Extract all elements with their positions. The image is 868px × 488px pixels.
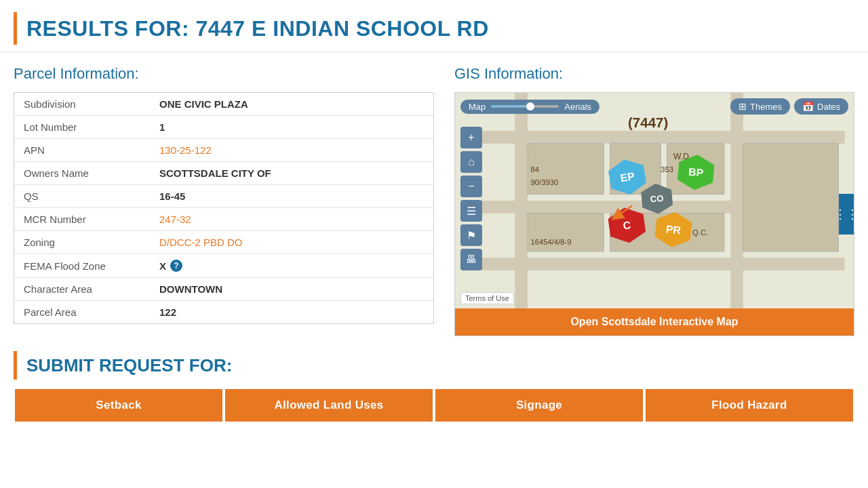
fema-info-icon[interactable]: ?: [170, 260, 182, 272]
parcel-value-fema: X ?: [159, 260, 182, 272]
page-title: RESULTS FOR: 7447 E INDIAN SCHOOL RD: [26, 16, 489, 41]
parcel-value-mcr[interactable]: 247-32: [159, 214, 191, 225]
svg-rect-4: [515, 93, 528, 308]
map-themes-dates: ⊞ Themes 📅 Dates: [730, 98, 848, 115]
parcel-value-subdivision: ONE CIVIC PLAZA: [159, 98, 248, 110]
parcel-label-owner: Owners Name: [24, 167, 159, 179]
zoom-in-button[interactable]: +: [460, 127, 482, 148]
svg-text:353: 353: [660, 165, 673, 174]
svg-text:(7447): (7447): [628, 115, 668, 130]
open-map-bar[interactable]: Open Scottsdale Interactive Map: [455, 308, 854, 336]
map-expand-button[interactable]: ⋮⋮: [839, 194, 854, 235]
svg-text:PR: PR: [665, 223, 682, 236]
parcel-label-fema: FEMA Flood Zone: [24, 260, 159, 272]
parcel-table: Subdivision ONE CIVIC PLAZA Lot Number 1…: [14, 92, 434, 324]
submit-title: SUBMIT REQUEST FOR:: [26, 355, 232, 376]
svg-rect-11: [743, 144, 838, 251]
gis-section-title: GIS Information:: [454, 65, 854, 83]
dates-icon: 📅: [802, 101, 814, 112]
parcel-label-character: Character Area: [24, 283, 159, 295]
parcel-section-title: Parcel Information:: [14, 65, 434, 83]
svg-text:BP: BP: [688, 166, 704, 179]
map-label-right: Aerials: [564, 102, 591, 112]
list-button[interactable]: ☰: [460, 200, 482, 222]
flag-button[interactable]: ⚑: [460, 224, 482, 246]
table-row: FEMA Flood Zone X ?: [14, 254, 433, 278]
table-row: Subdivision ONE CIVIC PLAZA: [14, 93, 433, 116]
themes-icon: ⊞: [738, 101, 747, 112]
parcel-label-mcr: MCR Number: [24, 214, 159, 225]
table-row: Zoning D/DCC-2 PBD DO: [14, 231, 433, 254]
slider-thumb: [526, 102, 534, 110]
map-opacity-slider[interactable]: [491, 105, 559, 108]
map-toolbar: Map Aerials ⊞ Themes 📅 Dates: [455, 98, 854, 115]
home-button[interactable]: ⌂: [460, 151, 482, 173]
map-visual: (7447) W.D. 84 353 90/3930 16454/4/8-9 E…: [455, 93, 854, 308]
gis-section: GIS Information: Map Aerials ⊞ Themes: [454, 65, 854, 336]
expand-icon: ⋮⋮: [834, 207, 854, 222]
table-row: Owners Name SCOTTSDALE CITY OF: [14, 162, 433, 185]
zoom-out-button[interactable]: −: [460, 176, 482, 197]
themes-label: Themes: [750, 102, 782, 112]
parcel-value-lot: 1: [159, 121, 165, 133]
parcel-value-owner: SCOTTSDALE CITY OF: [159, 167, 271, 179]
parcel-label-apn: APN: [24, 144, 159, 156]
print-button[interactable]: 🖶: [460, 249, 482, 270]
page-header: RESULTS FOR: 7447 E INDIAN SCHOOL RD: [0, 0, 868, 53]
parcel-value-qs: 16-45: [159, 190, 185, 202]
parcel-value-character: DOWNTOWN: [159, 283, 222, 295]
table-row: Lot Number 1: [14, 116, 433, 139]
svg-text:16454/4/8-9: 16454/4/8-9: [531, 238, 572, 246]
parcel-value-area: 122: [159, 306, 176, 318]
table-row: Character Area DOWNTOWN: [14, 278, 433, 301]
parcel-label-area: Parcel Area: [24, 306, 159, 318]
open-map-label: Open Scottsdale Interactive Map: [570, 316, 738, 328]
table-row: APN 130-25-122: [14, 139, 433, 162]
svg-text:84: 84: [531, 165, 539, 174]
parcel-value-apn[interactable]: 130-25-122: [159, 144, 212, 156]
submit-buttons: Setback Allowed Land Uses Signage Flood …: [14, 388, 854, 423]
svg-text:CO: CO: [650, 193, 664, 205]
parcel-value-zoning[interactable]: D/DCC-2 PBD DO: [159, 237, 243, 248]
table-row: MCR Number 247-32: [14, 208, 433, 231]
signage-button[interactable]: Signage: [434, 388, 644, 423]
map-side-icons: + ⌂ − ☰ ⚑ 🖶: [460, 127, 482, 270]
parcel-label-subdivision: Subdivision: [24, 98, 159, 110]
table-row: QS 16-45: [14, 185, 433, 208]
themes-button[interactable]: ⊞ Themes: [730, 98, 790, 115]
parcel-label-lot: Lot Number: [24, 121, 159, 133]
map-container[interactable]: Map Aerials ⊞ Themes 📅 Dates: [454, 92, 854, 336]
submit-accent-bar: [14, 351, 17, 380]
table-row: Parcel Area 122: [14, 301, 433, 323]
parcel-label-qs: QS: [24, 190, 159, 202]
map-label-left: Map: [469, 102, 486, 112]
parcel-section: Parcel Information: Subdivision ONE CIVI…: [14, 65, 434, 336]
svg-rect-5: [730, 93, 743, 308]
parcel-label-zoning: Zoning: [24, 237, 159, 248]
header-accent-bar: [14, 12, 17, 45]
terms-of-use-badge[interactable]: Terms of Use: [460, 292, 514, 304]
flood-hazard-button[interactable]: Flood Hazard: [644, 388, 854, 423]
map-slider-control: Map Aerials: [460, 100, 599, 114]
svg-text:Q.C.: Q.C.: [692, 228, 708, 237]
dates-button[interactable]: 📅 Dates: [794, 98, 848, 115]
setback-button[interactable]: Setback: [14, 388, 224, 423]
submit-header: SUBMIT REQUEST FOR:: [14, 351, 854, 380]
allowed-land-uses-button[interactable]: Allowed Land Uses: [224, 388, 434, 423]
submit-section: SUBMIT REQUEST FOR: Setback Allowed Land…: [0, 343, 868, 423]
svg-text:90/3930: 90/3930: [531, 178, 559, 186]
dates-label: Dates: [817, 102, 840, 112]
fema-zone-value: X: [159, 260, 166, 272]
main-content: Parcel Information: Subdivision ONE CIVI…: [0, 53, 868, 343]
